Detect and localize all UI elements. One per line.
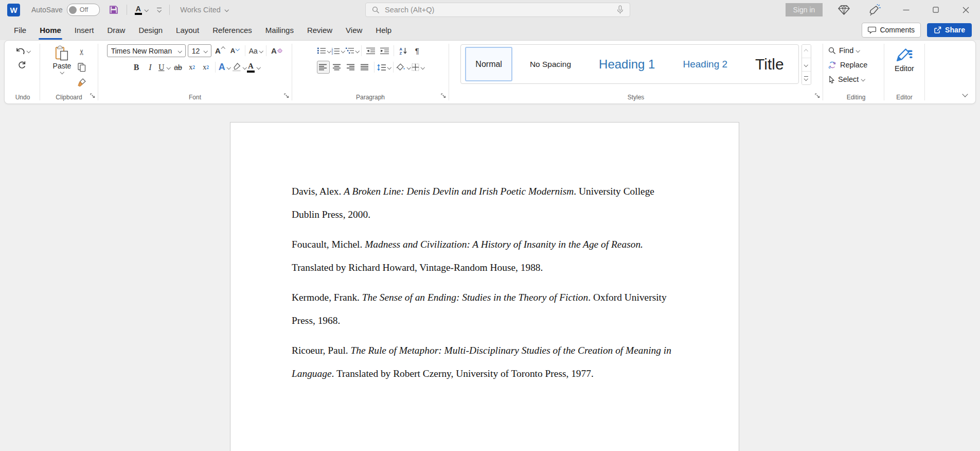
search-icon — [372, 6, 380, 14]
superscript-button[interactable]: x2 — [200, 61, 212, 74]
paragraph-group-label: Paragraph — [356, 94, 385, 103]
align-right-button[interactable] — [345, 61, 358, 74]
tab-home[interactable]: Home — [33, 20, 68, 40]
change-case-button[interactable]: Aa — [249, 44, 263, 57]
citation-paragraph[interactable]: Ricoeur, Paul. The Rule of Metaphor: Mul… — [292, 339, 681, 385]
editor-button[interactable]: Editor — [895, 44, 914, 73]
titlebar-separator — [127, 5, 127, 15]
citations-container[interactable]: Davis, Alex. A Broken Line: Denis Devlin… — [230, 123, 739, 385]
tab-view[interactable]: View — [339, 20, 369, 40]
customize-quick-access-button[interactable] — [154, 3, 164, 16]
shading-button[interactable] — [396, 61, 411, 74]
autosave-toggle[interactable]: Off — [67, 4, 100, 16]
find-label: Find — [839, 46, 853, 55]
justify-button[interactable] — [359, 61, 371, 74]
expand-gallery-icon — [804, 76, 808, 80]
tab-file[interactable]: File — [7, 20, 33, 40]
share-button[interactable]: Share — [927, 23, 972, 37]
redo-button[interactable] — [15, 59, 28, 72]
chevron-down-icon — [178, 49, 182, 53]
microphone-icon[interactable] — [617, 5, 623, 14]
close-button[interactable] — [954, 1, 977, 19]
quick-font-color-button[interactable]: A — [132, 3, 151, 16]
grow-font-button[interactable]: A — [213, 44, 226, 57]
format-painter-button[interactable] — [75, 76, 88, 89]
font-dialog-launcher[interactable] — [284, 92, 290, 101]
tab-layout[interactable]: Layout — [169, 20, 206, 40]
shrink-font-button[interactable]: A — [228, 44, 241, 57]
chevron-down-icon — [962, 91, 968, 97]
search-input[interactable]: Search (Alt+Q) — [365, 3, 630, 17]
bullets-button[interactable] — [317, 44, 331, 57]
document-page[interactable]: Davis, Alex. A Broken Line: Denis Devlin… — [230, 122, 739, 451]
style-title[interactable]: Title — [745, 47, 794, 81]
styles-scroll-up-button[interactable] — [802, 45, 811, 58]
multilevel-list-button[interactable] — [346, 44, 359, 57]
copy-button[interactable] — [75, 61, 88, 74]
citation-paragraph[interactable]: Davis, Alex. A Broken Line: Denis Devlin… — [292, 180, 681, 226]
decrease-indent-button[interactable] — [364, 44, 377, 57]
text-effects-button[interactable]: A — [218, 61, 231, 74]
tab-design[interactable]: Design — [132, 20, 169, 40]
bold-button[interactable]: B — [130, 61, 143, 74]
replace-button[interactable]: bc Replace — [828, 59, 867, 71]
tab-insert[interactable]: Insert — [68, 20, 101, 40]
paragraph-dialog-launcher[interactable] — [441, 92, 447, 101]
underline-button[interactable]: U — [158, 61, 171, 74]
align-right-icon — [347, 64, 355, 71]
feedback-button[interactable] — [866, 2, 883, 18]
tab-review[interactable]: Review — [300, 20, 339, 40]
tab-help[interactable]: Help — [369, 20, 398, 40]
sign-in-button[interactable]: Sign in — [786, 3, 823, 16]
find-button[interactable]: Find — [828, 44, 867, 57]
cut-button[interactable]: ✂ — [75, 45, 88, 58]
borders-button[interactable] — [412, 61, 424, 74]
styles-dialog-launcher[interactable] — [815, 92, 821, 101]
document-title-control[interactable]: Works Cited — [180, 6, 228, 14]
undo-button[interactable] — [15, 44, 30, 57]
line-spacing-button[interactable] — [377, 61, 391, 74]
word-app-icon[interactable]: W — [7, 4, 20, 16]
save-button[interactable] — [106, 3, 121, 16]
subscript-button[interactable]: x2 — [186, 61, 199, 74]
font-size-select[interactable]: 12 — [188, 44, 211, 57]
replace-icon: bc — [828, 61, 837, 69]
font-name-select[interactable]: Times New Roman — [107, 44, 186, 57]
select-button[interactable]: Select — [828, 73, 867, 85]
comments-label: Comments — [880, 26, 915, 34]
citation-paragraph[interactable]: Foucault, Michel. Madness and Civilizati… — [292, 233, 681, 279]
numbering-button[interactable]: 123 — [331, 44, 345, 57]
minimize-button[interactable] — [895, 1, 917, 19]
increase-indent-button[interactable] — [378, 44, 391, 57]
premium-features-button[interactable] — [835, 2, 852, 18]
style-no-spacing[interactable]: No Spacing — [520, 47, 581, 81]
citation-text-segment: Foucault, Michel. — [292, 239, 365, 250]
tab-mailings[interactable]: Mailings — [259, 20, 300, 40]
styles-scroll-down-button[interactable] — [802, 58, 811, 72]
document-title: Works Cited — [180, 6, 221, 14]
maximize-button[interactable] — [924, 1, 947, 19]
sort-button[interactable]: AZ — [397, 44, 409, 57]
align-left-button[interactable] — [317, 61, 330, 74]
align-center-button[interactable] — [331, 61, 344, 74]
clipboard-dialog-launcher[interactable] — [90, 92, 96, 101]
strikethrough-button[interactable]: ab — [172, 61, 185, 74]
comments-button[interactable]: Comments — [862, 23, 921, 38]
show-paragraph-marks-button[interactable]: ¶ — [411, 44, 423, 57]
collapse-ribbon-button[interactable] — [963, 89, 967, 98]
clear-formatting-button[interactable]: A — [270, 44, 283, 57]
font-color-button[interactable]: A — [247, 61, 260, 74]
style-heading-1[interactable]: Heading 1 — [589, 47, 665, 81]
highlight-color-button[interactable] — [232, 61, 246, 74]
style-normal[interactable]: Normal — [465, 47, 512, 81]
styles-gallery-expand-button[interactable] — [802, 72, 811, 84]
editor-button-label: Editor — [895, 64, 914, 73]
diamond-icon — [838, 5, 850, 15]
find-icon — [828, 47, 836, 55]
italic-button[interactable]: I — [144, 61, 157, 74]
citation-paragraph[interactable]: Kermode, Frank. The Sense of an Ending: … — [292, 286, 681, 332]
style-heading-2[interactable]: Heading 2 — [672, 47, 738, 81]
tab-draw[interactable]: Draw — [100, 20, 132, 40]
tab-references[interactable]: References — [206, 20, 259, 40]
paste-button[interactable]: Paste — [50, 44, 75, 89]
